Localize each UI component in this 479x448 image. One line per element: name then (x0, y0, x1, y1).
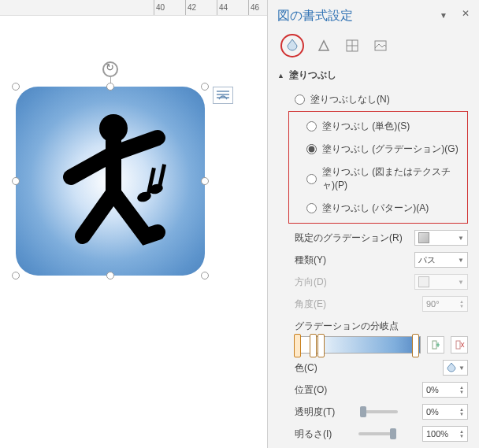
angle-input: 90°▲▼ (422, 296, 468, 312)
swatch-icon (418, 232, 429, 243)
collapse-arrow-icon: ▲ (277, 72, 284, 80)
brightness-input[interactable]: 100%▲▼ (422, 426, 468, 442)
radio-no-fill[interactable]: 塗りつぶしなし(N) (295, 88, 468, 111)
resize-handle-e[interactable] (201, 177, 209, 185)
label-transparency: 透明度(T) (295, 405, 335, 419)
svg-rect-8 (456, 341, 460, 349)
section-title: 塗りつぶし (289, 68, 336, 82)
add-stop-button[interactable] (427, 336, 444, 354)
label-type: 種類(Y) (295, 254, 326, 267)
rotation-handle[interactable] (102, 61, 118, 77)
swatch-icon (418, 276, 429, 287)
picture-content (16, 87, 205, 276)
layout-options-button[interactable] (213, 87, 233, 104)
label-color: 色(C) (295, 361, 317, 375)
gradient-type-dropdown[interactable]: パス▼ (414, 252, 468, 268)
radio-picture-fill[interactable]: 塗りつぶし (図またはテクスチャ)(P) (306, 161, 461, 197)
color-picker-button[interactable]: ▼ (443, 360, 468, 376)
gradient-stops-bar[interactable] (295, 336, 421, 354)
preset-gradient-dropdown[interactable]: ▼ (414, 230, 468, 246)
radio-solid-fill[interactable]: 塗りつぶし (単色)(S) (306, 115, 461, 138)
resize-handle-s[interactable] (106, 272, 114, 280)
resize-handle-sw[interactable] (12, 272, 20, 280)
gradient-stop[interactable] (317, 334, 325, 357)
tab-effects[interactable] (315, 37, 332, 54)
radio-pattern-fill[interactable]: 塗りつぶし (パターン)(A) (306, 197, 461, 220)
gradient-stop[interactable] (294, 334, 301, 357)
selected-picture[interactable] (16, 87, 205, 276)
svg-rect-7 (433, 341, 436, 349)
highlighted-options: 塗りつぶし (単色)(S) 塗りつぶし (グラデーション)(G) 塗りつぶし (… (288, 111, 468, 224)
paint-bucket-icon (446, 362, 457, 373)
ruler-tick: 46 (248, 0, 259, 15)
resize-handle-ne[interactable] (201, 83, 209, 91)
resize-handle-se[interactable] (201, 272, 209, 280)
transparency-input[interactable]: 0%▲▼ (422, 404, 468, 420)
gradient-stop[interactable] (412, 334, 419, 357)
label-preset: 既定のグラデーション(R) (295, 231, 403, 245)
gradient-stop[interactable] (310, 334, 317, 357)
resize-handle-w[interactable] (12, 177, 20, 185)
label-brightness: 明るさ(I) (295, 428, 332, 441)
ruler-tick: 42 (185, 0, 196, 15)
panel-menu-caret[interactable]: ▼ (440, 11, 447, 20)
remove-stop-button[interactable] (451, 336, 468, 354)
resize-handle-n[interactable] (106, 83, 114, 91)
brightness-slider[interactable] (358, 432, 396, 435)
section-fill-header[interactable]: ▲ 塗りつぶし (277, 68, 468, 82)
ruler-tick: 40 (154, 0, 165, 15)
tab-layout[interactable] (343, 37, 361, 54)
ruler-tick: 44 (217, 0, 228, 15)
close-icon[interactable]: ✕ (462, 8, 470, 19)
tab-picture[interactable] (372, 37, 389, 54)
resize-handle-nw[interactable] (12, 83, 20, 91)
dancer-icon (39, 106, 181, 256)
tab-fill-line[interactable] (280, 34, 304, 57)
label-angle: 角度(E) (295, 298, 326, 311)
transparency-slider[interactable] (360, 410, 398, 413)
horizontal-ruler: 40 42 44 46 (0, 0, 267, 16)
label-position: 位置(O) (295, 383, 327, 397)
position-input[interactable]: 0%▲▼ (422, 382, 468, 398)
direction-dropdown: ▼ (414, 274, 468, 290)
radio-gradient-fill[interactable]: 塗りつぶし (グラデーション)(G) (306, 138, 461, 161)
label-direction: 方向(D) (295, 276, 327, 289)
label-stops: グラデーションの分岐点 (295, 320, 468, 333)
